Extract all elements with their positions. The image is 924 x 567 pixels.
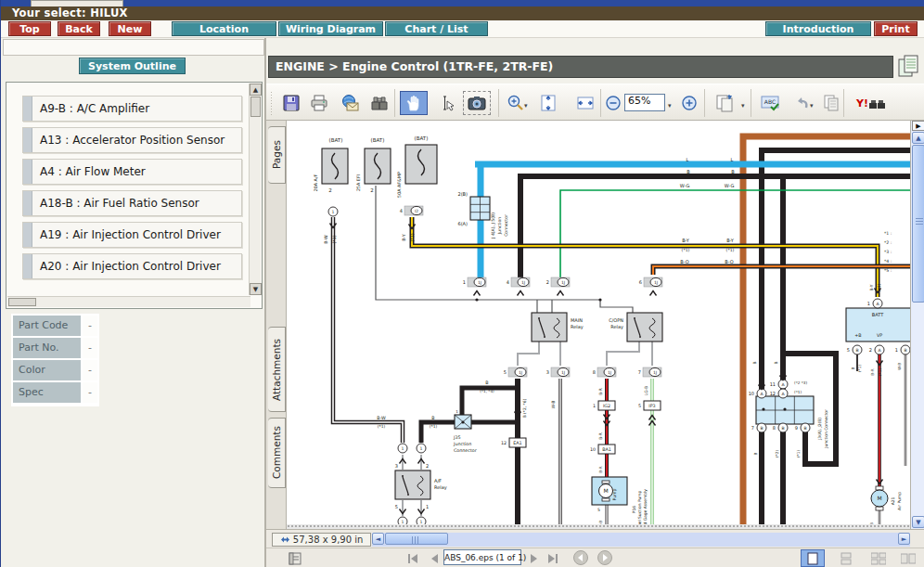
connector-code: 1J: [561, 280, 565, 285]
wire-tag-label: BA1: [602, 447, 611, 452]
part-info-label: Part No.: [13, 338, 81, 358]
zoom-tool-dropdown[interactable]: ▾: [524, 102, 528, 110]
list-item[interactable]: A9-B : A/C Amplifier: [22, 96, 242, 122]
list-item[interactable]: A13 : Accelerator Position Sensor: [22, 127, 242, 153]
svg-text:ABC: ABC: [764, 98, 776, 105]
next-view-button[interactable]: [597, 550, 612, 565]
facing-layout-button[interactable]: [896, 549, 920, 567]
viewer-status-row: 57,38 x 9,90 in ◄ ►: [266, 529, 910, 548]
save-button[interactable]: [279, 91, 303, 115]
scroll-down-button[interactable]: ▼: [250, 283, 262, 295]
list-item[interactable]: A4 : Air Flow Meter: [22, 159, 242, 185]
document-icon[interactable]: [897, 54, 921, 79]
scroll-right-button[interactable]: ►: [898, 533, 910, 545]
print-button[interactable]: Print: [874, 21, 918, 36]
tab-pages[interactable]: Pages: [268, 126, 286, 184]
list-item[interactable]: A18-B : Air Fuel Ratio Sensor: [22, 190, 242, 216]
list-vertical-scrollbar[interactable]: ▲ ▼: [249, 84, 261, 295]
current-file-field[interactable]: ABS_06.eps (1 of 1): [443, 549, 521, 565]
page-options-button[interactable]: [712, 91, 739, 115]
snapshot-tool-button[interactable]: [463, 91, 491, 115]
location-button[interactable]: Location: [172, 21, 276, 36]
zoom-out-button[interactable]: [604, 91, 622, 115]
diagram-label: +B: [854, 333, 861, 338]
system-outline-list: A9-B : A/C Amplifier A13 : Accelerator P…: [6, 82, 263, 309]
diagram-label: (*1): [877, 284, 881, 292]
system-outline-button[interactable]: System Outline: [79, 58, 186, 74]
back-button[interactable]: Back: [58, 21, 100, 36]
diagram-label: and Gage Assembly: [643, 489, 648, 529]
diagram-label: MAIN: [571, 317, 583, 323]
email-button[interactable]: [338, 91, 362, 115]
pump-terminal: [602, 481, 610, 483]
copy-button[interactable]: [819, 91, 843, 115]
zoom-level-dropdown[interactable]: ▾: [668, 102, 672, 110]
scroll-thumb[interactable]: [385, 533, 448, 545]
scroll-up-button[interactable]: ▲: [912, 132, 924, 144]
connector-number: 5: [504, 369, 507, 375]
list-horizontal-scrollbar[interactable]: [7, 296, 250, 307]
undo-dropdown[interactable]: ▾: [810, 102, 814, 110]
panel-toggle-icon[interactable]: [287, 550, 303, 566]
fit-width-button[interactable]: [573, 91, 597, 115]
diagram-label: (*1): [410, 233, 415, 241]
scroll-down-button[interactable]: ▼: [912, 516, 924, 528]
tab-comments[interactable]: Comments: [268, 418, 286, 488]
wire: [518, 341, 539, 366]
list-item[interactable]: A20 : Air Injection Control Driver: [22, 253, 242, 279]
connector-number: 1: [895, 347, 898, 353]
diagram-label: B: [431, 416, 434, 420]
diagram-label: *5 :: [884, 268, 892, 273]
new-button[interactable]: New: [109, 21, 151, 36]
continuous-layout-button[interactable]: [834, 549, 858, 567]
yahoo-search-button[interactable]: Y!: [853, 91, 892, 115]
single-page-layout-button[interactable]: [801, 549, 825, 567]
connector-code: 1: [420, 446, 423, 451]
continuous-facing-layout-button[interactable]: [866, 549, 891, 567]
part-info-label: Color: [13, 360, 81, 380]
scroll-thumb[interactable]: [912, 145, 924, 303]
canvas-horizontal-scrollbar[interactable]: ◄ ►: [372, 533, 910, 547]
thumb-grip: [916, 218, 923, 226]
page-options-dropdown[interactable]: ▾: [741, 102, 745, 110]
zoom-level-input[interactable]: 65%: [624, 94, 665, 111]
toolbar-grip[interactable]: [270, 91, 274, 115]
previous-page-button[interactable]: [426, 550, 443, 566]
wire: [520, 176, 910, 277]
diagram-label: L: [687, 157, 689, 162]
introduction-button[interactable]: Introduction: [765, 21, 871, 36]
sidebar-top-panel: [3, 39, 264, 56]
scroll-thumb[interactable]: [8, 298, 36, 306]
diagram-label: *1 :: [884, 231, 892, 236]
connector-number: 2: [869, 347, 872, 353]
search-binoculars-button[interactable]: [367, 91, 391, 115]
tab-attachments[interactable]: Attachments: [268, 327, 286, 412]
spellcheck-button[interactable]: ABC: [758, 91, 782, 115]
diagram-canvas[interactable]: MM1J11J41J21J61J51J31J81J7I2411111A1B5A2…: [287, 121, 910, 529]
list-item[interactable]: A19 : Air Injection Control Driver: [22, 222, 242, 248]
fit-page-button[interactable]: [536, 91, 560, 115]
first-page-button[interactable]: [404, 550, 421, 566]
chart-list-button[interactable]: Chart / List: [385, 21, 488, 36]
canvas-vertical-scrollbar[interactable]: ▶ ▲ ▼: [910, 121, 924, 529]
diagram-label: B: [752, 361, 757, 364]
select-tool-button[interactable]: [435, 91, 459, 115]
print-button-toolbar[interactable]: [307, 91, 331, 115]
flow-arrow: [518, 291, 524, 296]
scroll-thumb[interactable]: [250, 97, 261, 117]
diagram-label: (*1): [796, 450, 801, 457]
connector-number: 11: [770, 381, 776, 387]
next-page-button[interactable]: [526, 550, 543, 566]
scroll-up-button[interactable]: ▲: [250, 84, 262, 96]
collapse-arrow-button[interactable]: ▶: [912, 121, 924, 131]
last-page-button[interactable]: [545, 550, 561, 566]
junction-dot: [475, 298, 478, 301]
zoom-in-button[interactable]: [680, 91, 699, 115]
wiring-diagram-button[interactable]: Wiring Diagram: [278, 21, 383, 36]
scroll-left-button[interactable]: ◄: [372, 533, 384, 545]
top-button[interactable]: Top: [8, 21, 51, 36]
hand-tool-button[interactable]: [400, 91, 428, 115]
wiring-diagram: MM1J11J41J21J61J51J31J81J7I2411111A1B5A2…: [287, 121, 910, 529]
previous-view-button[interactable]: [573, 550, 588, 565]
diagram-label: Pump: [612, 488, 617, 500]
